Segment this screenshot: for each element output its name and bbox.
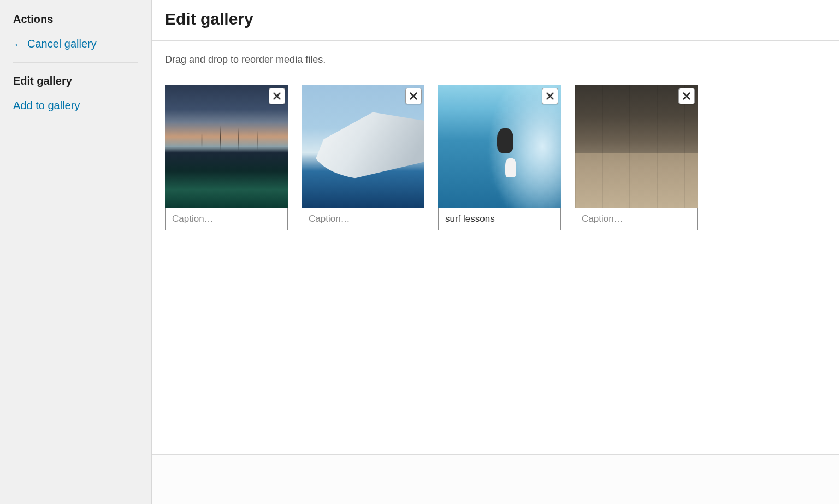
main-content: Drag and drop to reorder media files. xyxy=(152,41,839,455)
instruction-text: Drag and drop to reorder media files. xyxy=(165,54,826,66)
cancel-gallery-link[interactable]: ← Cancel gallery xyxy=(13,38,138,50)
remove-button[interactable] xyxy=(678,88,695,104)
gallery-item[interactable] xyxy=(575,85,698,230)
gallery-item[interactable] xyxy=(165,85,288,230)
remove-button[interactable] xyxy=(542,88,558,104)
thumbnail-wrap xyxy=(575,85,698,208)
caption-input[interactable] xyxy=(165,208,288,230)
main-header: Edit gallery xyxy=(152,0,839,41)
remove-button[interactable] xyxy=(269,88,285,104)
main: Edit gallery Drag and drop to reorder me… xyxy=(152,0,839,504)
thumbnail-wrap xyxy=(302,85,424,208)
cancel-gallery-label: Cancel gallery xyxy=(27,38,97,50)
sidebar: Actions ← Cancel gallery Edit gallery Ad… xyxy=(0,0,152,504)
add-to-gallery-link[interactable]: Add to gallery xyxy=(13,99,138,112)
caption-input[interactable] xyxy=(438,208,561,230)
page-title: Edit gallery xyxy=(165,10,826,28)
gallery-item[interactable] xyxy=(438,85,561,230)
close-icon xyxy=(682,91,692,101)
close-icon xyxy=(409,91,418,101)
edit-gallery-heading: Edit gallery xyxy=(13,75,138,87)
sidebar-divider xyxy=(13,62,138,63)
remove-button[interactable] xyxy=(405,88,422,104)
gallery-grid xyxy=(165,85,826,230)
arrow-left-icon: ← xyxy=(13,39,24,50)
gallery-item[interactable] xyxy=(302,85,424,230)
close-icon xyxy=(272,91,282,101)
thumbnail-wrap xyxy=(165,85,288,208)
main-footer xyxy=(152,455,839,504)
close-icon xyxy=(545,91,555,101)
thumbnail-wrap xyxy=(438,85,561,208)
actions-heading: Actions xyxy=(13,13,138,26)
caption-input[interactable] xyxy=(302,208,424,230)
caption-input[interactable] xyxy=(575,208,698,230)
add-to-gallery-label: Add to gallery xyxy=(13,99,80,111)
